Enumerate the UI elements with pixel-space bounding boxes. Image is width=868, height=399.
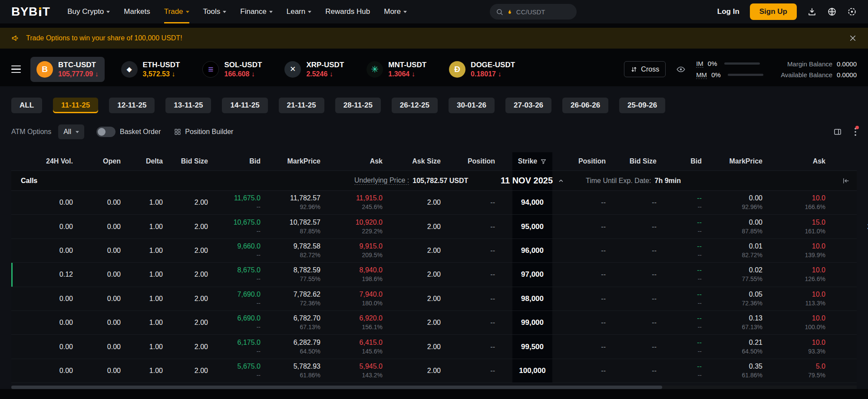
position-builder-button[interactable]: Position Builder <box>174 128 233 136</box>
ticker-pair[interactable]: B BTC-USDT 105,777.09 ↓ <box>30 57 105 82</box>
cell-bid[interactable]: 6,690.0-- <box>211 311 264 334</box>
expiry-date-selector[interactable]: 11 NOV 2025 <box>501 171 564 190</box>
cell-put-bid[interactable]: ---- <box>660 215 705 238</box>
cell-strike[interactable]: 94,000 <box>512 191 552 214</box>
cell-bid-size: 2.00 <box>166 191 211 214</box>
nav-item[interactable]: Rewards Hub <box>325 0 370 23</box>
cell-ask[interactable]: 5,945.0143.2% <box>324 359 386 383</box>
download-icon[interactable] <box>807 7 817 16</box>
cell-put-bid[interactable]: ---- <box>660 239 705 262</box>
option-row[interactable]: 0.00 0.00 1.00 2.00 9,660.0-- 9,782.5882… <box>11 239 857 263</box>
collapse-panel-icon[interactable] <box>842 171 850 190</box>
cell-put-bid[interactable]: ---- <box>660 263 705 286</box>
cell-put-bid[interactable]: ---- <box>660 191 705 214</box>
option-row[interactable]: 0.00 0.00 1.00 2.00 5,675.0-- 5,782.9361… <box>11 359 857 383</box>
expiry-tab[interactable]: 27-03-26 <box>505 98 551 113</box>
cell-bid[interactable]: 5,675.0-- <box>211 359 264 383</box>
ticker-pair[interactable]: Ð DOGE-USDT 0.18017 ↓ <box>443 57 521 82</box>
cell-strike[interactable]: 95,000 <box>512 215 552 238</box>
cell-bid[interactable]: 11,675.0-- <box>211 191 264 214</box>
option-row[interactable]: 0.00 0.00 1.00 2.00 11,675.0-- 11,782.57… <box>11 191 857 215</box>
expiry-tab-label: 26-06-26 <box>571 101 600 110</box>
expiry-tab[interactable]: 30-01-26 <box>449 98 495 113</box>
cell-bid[interactable]: 9,660.0-- <box>211 239 264 262</box>
cell-put-ask[interactable]: 10.0166.6% <box>766 191 829 214</box>
expiry-tab[interactable]: 13-11-25 <box>165 98 211 113</box>
cell-put-ask[interactable]: 10.0126.6% <box>766 263 829 286</box>
scrollbar-thumb[interactable] <box>11 386 662 389</box>
cell-strike[interactable]: 97,000 <box>512 263 552 286</box>
ticker-pair[interactable]: ≡ SOL-USDT 166.608 ↓ <box>196 57 268 82</box>
nav-item[interactable]: Finance <box>240 0 272 23</box>
expiry-tab[interactable]: 26-06-26 <box>562 98 608 113</box>
cell-strike[interactable]: 96,000 <box>512 239 552 262</box>
nav-item[interactable]: Buy Crypto <box>67 0 110 23</box>
cell-put-bid[interactable]: ---- <box>660 335 705 358</box>
ticker-pair[interactable]: ✕ XRP-USDT 2.5246 ↓ <box>278 57 350 82</box>
expiry-tab[interactable]: 25-09-26 <box>619 98 665 113</box>
cell-ask[interactable]: 7,940.0180.0% <box>324 287 386 311</box>
layout-columns-icon[interactable] <box>833 128 842 136</box>
nav-item[interactable]: Trade <box>164 0 189 23</box>
cell-bid[interactable]: 7,690.0-- <box>211 287 264 311</box>
nav-item[interactable]: More <box>384 0 407 23</box>
cell-put-ask[interactable]: 10.0113.3% <box>766 287 829 311</box>
option-chain-table: 24H Vol. Open Delta Bid Size Bid MarkPri… <box>11 152 857 383</box>
expiry-tab[interactable]: ALL <box>11 98 42 113</box>
option-row[interactable]: 0.00 0.00 1.00 2.00 6,690.0-- 6,782.7067… <box>11 311 857 335</box>
basket-order-toggle[interactable] <box>96 127 116 137</box>
cell-bid[interactable]: 10,675.0-- <box>211 215 264 238</box>
expiry-tab[interactable]: 12-11-25 <box>109 98 155 113</box>
cell-put-bid[interactable]: ---- <box>660 359 705 383</box>
cell-strike[interactable]: 99,000 <box>512 311 552 334</box>
cell-ask[interactable]: 9,915.0209.5% <box>324 239 386 262</box>
filter-funnel-icon[interactable] <box>540 158 547 165</box>
horizontal-scrollbar[interactable] <box>11 386 857 389</box>
cell-put-ask[interactable]: 10.0139.9% <box>766 239 829 262</box>
cell-ask[interactable]: 8,940.0198.6% <box>324 263 386 286</box>
cell-ask[interactable]: 6,920.0156.1% <box>324 311 386 334</box>
expiry-tab[interactable]: 11-11-25 <box>53 98 98 113</box>
cell-put-ask[interactable]: 10.093.3% <box>766 335 829 358</box>
expiry-tab[interactable]: 21-11-25 <box>279 98 324 113</box>
ticker-pair[interactable]: ◆ ETH-USDT 3,572.53 ↓ <box>115 57 186 82</box>
cell-strike[interactable]: 99,500 <box>512 335 552 358</box>
expiry-tab[interactable]: 28-11-25 <box>335 98 381 113</box>
atm-options-dropdown[interactable]: All <box>58 124 84 139</box>
cell-put-bid[interactable]: ---- <box>660 311 705 334</box>
cell-ask[interactable]: 11,915.0245.6% <box>324 191 386 214</box>
expiry-tab[interactable]: 14-11-25 <box>222 98 267 113</box>
settings-gear-icon[interactable] <box>847 7 857 16</box>
cell-bid[interactable]: 8,675.0-- <box>211 263 264 286</box>
cell-ask[interactable]: 6,415.0145.6% <box>324 335 386 358</box>
language-globe-icon[interactable] <box>827 7 837 16</box>
cell-put-ask[interactable]: 10.0100.0% <box>766 311 829 334</box>
option-row[interactable]: 0.12 0.00 1.00 2.00 8,675.0-- 8,782.5977… <box>11 263 857 287</box>
cell-ask[interactable]: 10,920.0229.2% <box>324 215 386 238</box>
nav-item[interactable]: Markets <box>124 0 150 23</box>
nav-item[interactable]: Learn <box>287 0 311 23</box>
announcement-text[interactable]: Trade Options to win your share of 100,0… <box>26 34 182 42</box>
option-row[interactable]: 0.00 0.00 1.00 2.00 7,690.0-- 7,782.6272… <box>11 287 857 311</box>
cell-put-ask[interactable]: 5.079.5% <box>766 359 829 383</box>
eye-icon[interactable] <box>676 65 686 74</box>
login-button[interactable]: Log In <box>717 7 739 16</box>
close-icon[interactable] <box>849 34 857 42</box>
ticker-pair[interactable]: ✳ MNT-USDT 1.3064 ↓ <box>360 57 432 82</box>
option-row[interactable]: 0.00 0.00 1.00 2.00 10,675.0-- 10,782.57… <box>11 215 857 239</box>
menu-hamburger-icon[interactable] <box>11 65 21 73</box>
cell-bid[interactable]: 6,175.0-- <box>211 335 264 358</box>
cell-strike[interactable]: 98,000 <box>512 287 552 311</box>
cross-margin-button[interactable]: Cross <box>624 61 666 77</box>
signup-button[interactable]: Sign Up <box>750 3 797 20</box>
expiry-tab[interactable]: 26-12-25 <box>392 98 438 113</box>
cell-put-ask[interactable]: 15.0161.0% <box>766 215 829 238</box>
search-input[interactable]: CC/USDT <box>490 4 577 20</box>
option-row[interactable]: 0.00 0.00 1.00 2.00 6,175.0-- 6,282.7964… <box>11 335 857 359</box>
cell-strike[interactable]: 100,000 <box>512 359 552 383</box>
more-options-kebab-icon[interactable] <box>854 127 857 137</box>
nav-item[interactable]: Tools <box>203 0 227 23</box>
cell-put-bid[interactable]: ---- <box>660 287 705 311</box>
bybit-logo[interactable]: BYB T <box>11 5 50 19</box>
expiry-tab-label: 28-11-25 <box>343 101 373 110</box>
